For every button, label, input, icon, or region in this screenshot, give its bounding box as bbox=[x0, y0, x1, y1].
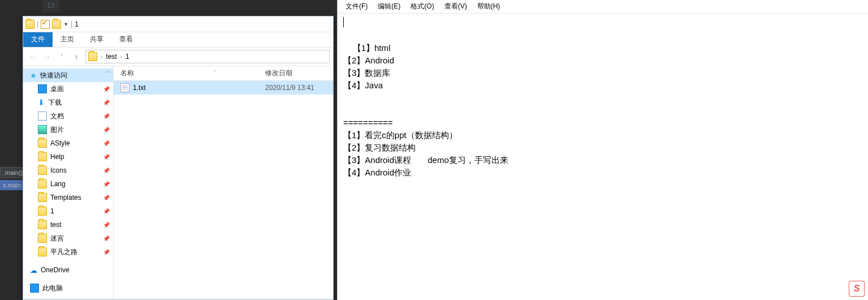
chevron-right-icon: › bbox=[120, 54, 122, 60]
tree-label: Templates bbox=[50, 194, 81, 202]
folder-icon bbox=[38, 234, 47, 243]
file-name: 1.txt bbox=[133, 84, 146, 92]
notepad-menubar: 文件(F) 编辑(E) 格式(O) 查看(V) 帮助(H) bbox=[338, 0, 868, 14]
nav-back-button[interactable]: ← bbox=[27, 51, 38, 62]
editor-line-number: 13 bbox=[42, 0, 59, 12]
folder-icon bbox=[38, 207, 47, 216]
path-segment-test[interactable]: test bbox=[106, 53, 116, 61]
pin-icon: 📌 bbox=[103, 249, 110, 255]
titlebar-separator: | bbox=[37, 20, 38, 28]
menu-format[interactable]: 格式(O) bbox=[406, 1, 438, 12]
path-segment-1[interactable]: 1 bbox=[126, 53, 129, 61]
file-explorer-window: | ▼ | 1 文件 主页 共享 查看 ← → ˅ ↑ › test › 1 ︿… bbox=[23, 16, 334, 300]
notepad-window: 文件(F) 编辑(E) 格式(O) 查看(V) 帮助(H) 【1】html 【2… bbox=[337, 0, 868, 300]
editor-tab-smain[interactable]: s.main bbox=[0, 180, 24, 190]
tree-onedrive[interactable]: ☁OneDrive bbox=[23, 263, 113, 277]
tree-lang[interactable]: Lang📌 bbox=[23, 177, 113, 191]
tree-pictures[interactable]: 图片📌 bbox=[23, 123, 113, 136]
pin-icon: 📌 bbox=[103, 86, 110, 92]
explorer-titlebar[interactable]: | ▼ | 1 bbox=[23, 16, 333, 32]
tree-downloads[interactable]: ⬇下载📌 bbox=[23, 96, 113, 109]
download-icon: ⬇ bbox=[38, 98, 45, 107]
tree-label: 迷宫 bbox=[50, 234, 64, 243]
pin-icon: 📌 bbox=[103, 154, 110, 160]
nav-forward-button[interactable]: → bbox=[41, 51, 53, 62]
folder-icon bbox=[38, 139, 47, 148]
tree-maze[interactable]: 迷宫📌 bbox=[23, 232, 113, 245]
document-icon bbox=[38, 112, 47, 121]
file-row[interactable]: 1.txt 2020/11/9 13:41 bbox=[114, 81, 333, 95]
explorer-body: ︿ ★快速访问 桌面📌 ⬇下载📌 文档📌 图片📌 AStyle📌 Help📌 I… bbox=[23, 66, 333, 299]
tree-label: test bbox=[50, 221, 61, 229]
ribbon-tab-file[interactable]: 文件 bbox=[23, 32, 53, 47]
tree-folder-1[interactable]: 1📌 bbox=[23, 204, 113, 218]
titlebar-dropdown-icon[interactable]: ▼ bbox=[63, 22, 68, 27]
tree-label: 1 bbox=[50, 207, 54, 215]
pin-icon: 📌 bbox=[103, 235, 110, 242]
pictures-icon bbox=[38, 125, 47, 134]
tree-label: AStyle bbox=[50, 139, 70, 147]
tree-scroll-up-icon[interactable]: ︿ bbox=[106, 67, 112, 75]
pin-icon: 📌 bbox=[103, 208, 110, 215]
tree-quick-access[interactable]: ★快速访问 bbox=[23, 68, 113, 82]
folder-icon bbox=[52, 20, 61, 29]
column-headers[interactable]: 名称ˆ 修改日期 bbox=[114, 66, 333, 81]
quick-access-check-icon[interactable] bbox=[41, 20, 50, 29]
folder-icon bbox=[38, 220, 47, 229]
file-date: 2020/11/9 13:41 bbox=[261, 84, 333, 92]
ribbon-tab-view[interactable]: 查看 bbox=[111, 32, 141, 47]
column-date[interactable]: 修改日期 bbox=[261, 66, 333, 80]
tree-label: 文档 bbox=[50, 112, 64, 121]
pin-icon: 📌 bbox=[103, 140, 110, 147]
menu-edit[interactable]: 编辑(E) bbox=[373, 1, 405, 12]
tree-pingfan[interactable]: 平凡之路📌 bbox=[23, 245, 113, 259]
notepad-content: 【1】html 【2】Android 【3】数据库 【4】Java ======… bbox=[343, 43, 508, 177]
nav-recent-dropdown[interactable]: ˅ bbox=[56, 51, 67, 62]
column-name[interactable]: 名称ˆ bbox=[114, 66, 261, 80]
folder-icon bbox=[38, 152, 47, 161]
ribbon-tab-home[interactable]: 主页 bbox=[53, 32, 82, 47]
file-list: 名称ˆ 修改日期 1.txt 2020/11/9 13:41 bbox=[114, 66, 333, 299]
tree-icons[interactable]: Icons📌 bbox=[23, 164, 113, 177]
tree-desktop[interactable]: 桌面📌 bbox=[23, 82, 113, 96]
titlebar-separator: | bbox=[71, 20, 72, 28]
ribbon-tabs: 文件 主页 共享 查看 bbox=[23, 32, 333, 47]
chevron-right-icon: › bbox=[101, 54, 102, 60]
folder-icon bbox=[38, 166, 47, 175]
menu-file[interactable]: 文件(F) bbox=[341, 1, 372, 12]
tree-label: 下载 bbox=[48, 98, 62, 108]
pin-icon: 📌 bbox=[103, 127, 110, 133]
tree-documents[interactable]: 文档📌 bbox=[23, 109, 113, 123]
ribbon-tab-share[interactable]: 共享 bbox=[82, 32, 111, 47]
notepad-text-area[interactable]: 【1】html 【2】Android 【3】数据库 【4】Java ======… bbox=[338, 14, 868, 300]
desktop-icon bbox=[38, 84, 47, 93]
pin-icon: 📌 bbox=[103, 100, 110, 106]
pin-icon: 📌 bbox=[103, 113, 110, 119]
pin-icon: 📌 bbox=[103, 168, 110, 174]
menu-view[interactable]: 查看(V) bbox=[440, 1, 472, 12]
tree-label: 桌面 bbox=[50, 84, 64, 94]
tree-label: Help bbox=[50, 153, 64, 161]
tree-label: 此电脑 bbox=[42, 284, 63, 293]
text-caret bbox=[343, 17, 344, 27]
nav-up-button[interactable]: ↑ bbox=[71, 51, 82, 62]
nav-tree[interactable]: ︿ ★快速访问 桌面📌 ⬇下载📌 文档📌 图片📌 AStyle📌 Help📌 I… bbox=[23, 66, 114, 299]
menu-help[interactable]: 帮助(H) bbox=[473, 1, 505, 12]
address-bar: ← → ˅ ↑ › test › 1 bbox=[23, 47, 333, 66]
ime-indicator[interactable]: S bbox=[849, 281, 865, 297]
tree-label: 平凡之路 bbox=[50, 247, 77, 257]
pin-icon: 📌 bbox=[103, 181, 110, 187]
tree-templates[interactable]: Templates📌 bbox=[23, 191, 113, 204]
folder-icon bbox=[38, 247, 47, 256]
tree-thispc[interactable]: 此电脑 bbox=[23, 281, 113, 295]
tree-label: 图片 bbox=[50, 125, 64, 135]
tree-astyle[interactable]: AStyle📌 bbox=[23, 136, 113, 150]
tree-help[interactable]: Help📌 bbox=[23, 150, 113, 164]
tree-label: Icons bbox=[50, 166, 67, 174]
pin-icon: 📌 bbox=[103, 222, 110, 228]
pc-icon bbox=[30, 284, 39, 293]
tree-test[interactable]: test📌 bbox=[23, 218, 113, 232]
path-field[interactable]: › test › 1 bbox=[85, 50, 330, 63]
window-title: 1 bbox=[75, 20, 79, 28]
pin-icon: 📌 bbox=[103, 195, 110, 201]
